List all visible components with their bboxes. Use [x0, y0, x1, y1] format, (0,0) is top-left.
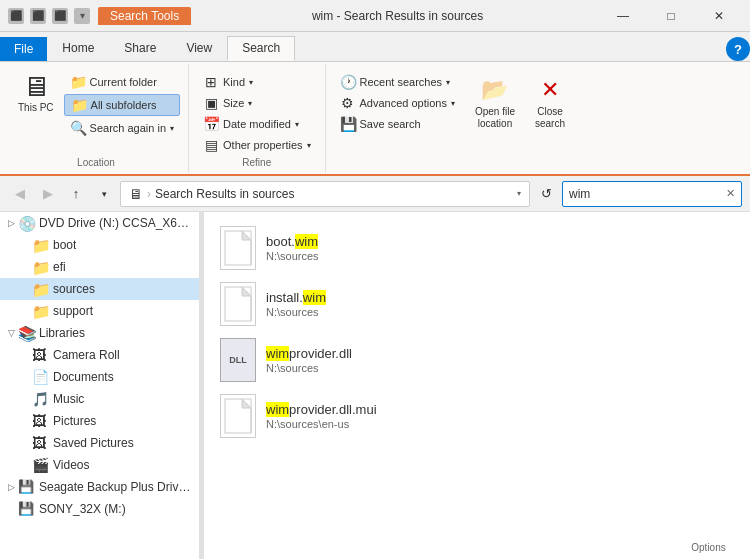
- wimprovider-dll-mui-suffix: provider.dll.mui: [289, 402, 376, 417]
- advanced-options-chevron: ▾: [451, 99, 455, 108]
- sidebar-item-sony[interactable]: 💾 SONY_32X (M:): [0, 498, 199, 520]
- kind-icon: ⊞: [203, 74, 219, 90]
- forward-button[interactable]: ▶: [36, 182, 60, 206]
- documents-label: Documents: [53, 370, 114, 384]
- kind-button[interactable]: ⊞ Kind ▾: [197, 72, 259, 92]
- wimprovider-dll-mui-path: N:\sources\en-us: [266, 418, 377, 430]
- sidebar-item-efi[interactable]: 📁 efi: [0, 256, 199, 278]
- sidebar-item-videos[interactable]: 🎬 Videos: [0, 454, 199, 476]
- title-bar: ⬛ ⬛ ⬛ ▾ Search Tools wim - Search Result…: [0, 0, 750, 32]
- ribbon-group-options: 🕐 Recent searches ▾ ⚙ Advanced options ▾…: [326, 64, 583, 172]
- sidebar-item-libraries[interactable]: ▽ 📚 Libraries: [0, 322, 199, 344]
- recent-locations-button[interactable]: ▾: [92, 182, 116, 206]
- other-properties-button[interactable]: ▤ Other properties ▾: [197, 135, 316, 155]
- current-folder-icon: 📁: [70, 74, 86, 90]
- libraries-label: Libraries: [39, 326, 85, 340]
- tab-view[interactable]: View: [171, 36, 227, 61]
- boot-wim-path: N:\sources: [266, 250, 319, 262]
- install-wim-icon: [220, 282, 256, 326]
- address-bar[interactable]: 🖥 › Search Results in sources ▾: [120, 181, 530, 207]
- music-icon: 🎵: [32, 391, 50, 407]
- efi-icon: 📁: [32, 259, 50, 275]
- main-content: ▷ 💿 DVD Drive (N:) CCSA_X64FRE_EN-US_DV5…: [0, 212, 750, 559]
- sidebar-item-savedpictures[interactable]: 🖼 Saved Pictures: [0, 432, 199, 454]
- libraries-icon: 📚: [18, 325, 36, 341]
- size-button[interactable]: ▣ Size ▾: [197, 93, 258, 113]
- other-properties-label: Other properties: [223, 139, 302, 151]
- search-bar[interactable]: ✕: [562, 181, 742, 207]
- search-again-button[interactable]: 🔍 Search again in ▾: [64, 118, 180, 138]
- date-modified-button[interactable]: 📅 Date modified ▾: [197, 114, 305, 134]
- advanced-options-button[interactable]: ⚙ Advanced options ▾: [334, 93, 461, 113]
- search-again-chevron: ▾: [170, 124, 174, 133]
- quick-access-icons: ⬛ ⬛ ⬛ ▾: [8, 8, 90, 24]
- size-label: Size: [223, 97, 244, 109]
- install-prefix: install.: [266, 290, 303, 305]
- up-button[interactable]: ↑: [64, 182, 88, 206]
- sidebar-item-documents[interactable]: 📄 Documents: [0, 366, 199, 388]
- documents-icon: 📄: [32, 369, 50, 385]
- save-search-label: Save search: [360, 118, 421, 130]
- cameraroll-label: Camera Roll: [53, 348, 120, 362]
- kind-chevron: ▾: [249, 78, 253, 87]
- tab-share[interactable]: Share: [109, 36, 171, 61]
- open-file-location-button[interactable]: 📂 Open filelocation: [469, 72, 521, 134]
- search-input[interactable]: [569, 187, 722, 201]
- dvd-icon: 💿: [18, 215, 36, 231]
- close-search-button[interactable]: ✕ Closesearch: [525, 72, 575, 134]
- sidebar-item-cameraroll[interactable]: 🖼 Camera Roll: [0, 344, 199, 366]
- address-path: Search Results in sources: [155, 187, 294, 201]
- sidebar-item-seagate[interactable]: ▷ 💾 Seagate Backup Plus Drive (I:): [0, 476, 199, 498]
- sources-icon: 📁: [32, 281, 50, 297]
- videos-icon: 🎬: [32, 457, 50, 473]
- sidebar-item-pictures[interactable]: 🖼 Pictures: [0, 410, 199, 432]
- sidebar-item-boot[interactable]: 📁 boot: [0, 234, 199, 256]
- recent-searches-label: Recent searches: [360, 76, 443, 88]
- boot-label: boot: [53, 238, 76, 252]
- recent-searches-button[interactable]: 🕐 Recent searches ▾: [334, 72, 461, 92]
- refine-group-items: ⊞ Kind ▾ ▣ Size ▾ 📅 Date modified ▾ ▤ Ot…: [197, 72, 316, 155]
- search-again-label: Search again in: [90, 122, 166, 134]
- sidebar-item-music[interactable]: 🎵 Music: [0, 388, 199, 410]
- file-list: boot.wim N:\sources install.wim N:\sourc…: [204, 212, 750, 559]
- all-subfolders-button[interactable]: 📁 All subfolders: [64, 94, 180, 116]
- file-item-install-wim[interactable]: install.wim N:\sources: [204, 276, 750, 332]
- boot-wim-icon: [220, 226, 256, 270]
- savedpictures-label: Saved Pictures: [53, 436, 134, 450]
- this-pc-button[interactable]: 🖥 This PC: [12, 68, 60, 117]
- file-item-boot-wim[interactable]: boot.wim N:\sources: [204, 220, 750, 276]
- file-item-wimprovider-dll[interactable]: DLL wimprovider.dll N:\sources: [204, 332, 750, 388]
- boot-wim-name: boot.wim: [266, 234, 319, 249]
- back-button[interactable]: ◀: [8, 182, 32, 206]
- sidebar-item-dvd[interactable]: ▷ 💿 DVD Drive (N:) CCSA_X64FRE_EN-US_DV5: [0, 212, 199, 234]
- tab-home[interactable]: Home: [47, 36, 109, 61]
- address-separator: ›: [147, 187, 151, 201]
- sources-label: sources: [53, 282, 95, 296]
- all-subfolders-label: All subfolders: [91, 99, 157, 111]
- sidebar-item-sources[interactable]: 📁 sources: [0, 278, 199, 300]
- tab-search[interactable]: Search: [227, 36, 295, 61]
- wimprovider-dll-mui-name: wimprovider.dll.mui: [266, 402, 377, 417]
- minimize-button[interactable]: —: [600, 0, 646, 32]
- advanced-options-label: Advanced options: [360, 97, 447, 109]
- tab-file[interactable]: File: [0, 37, 47, 61]
- refresh-button[interactable]: ↺: [534, 182, 558, 206]
- qa-icon-1[interactable]: ⬛: [8, 8, 24, 24]
- sidebar-item-support[interactable]: 📁 support: [0, 300, 199, 322]
- help-button[interactable]: ?: [726, 37, 750, 61]
- current-folder-button[interactable]: 📁 Current folder: [64, 72, 180, 92]
- qa-icon-4[interactable]: ▾: [74, 8, 90, 24]
- search-clear-button[interactable]: ✕: [726, 187, 735, 200]
- kind-label: Kind: [223, 76, 245, 88]
- date-modified-icon: 📅: [203, 116, 219, 132]
- close-button[interactable]: ✕: [696, 0, 742, 32]
- qa-icon-2[interactable]: ⬛: [30, 8, 46, 24]
- save-search-button[interactable]: 💾 Save search: [334, 114, 461, 134]
- file-item-wimprovider-dll-mui[interactable]: wimprovider.dll.mui N:\sources\en-us: [204, 388, 750, 444]
- qa-icon-3[interactable]: ⬛: [52, 8, 68, 24]
- maximize-button[interactable]: □: [648, 0, 694, 32]
- dvd-label: DVD Drive (N:) CCSA_X64FRE_EN-US_DV5: [39, 216, 195, 230]
- wimprovider-dll-suffix: provider.dll: [289, 346, 352, 361]
- ribbon-group-refine: ⊞ Kind ▾ ▣ Size ▾ 📅 Date modified ▾ ▤ Ot…: [189, 64, 325, 172]
- seagate-expand-icon: ▷: [4, 482, 18, 492]
